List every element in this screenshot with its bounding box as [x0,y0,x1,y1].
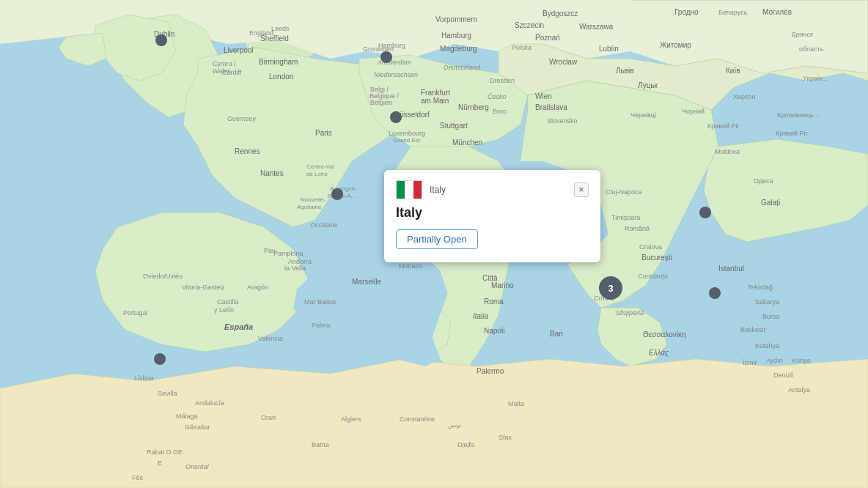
svg-text:Кривий Рiг: Кривий Рiг [776,130,809,137]
svg-text:Constantine: Constantine [400,415,435,423]
svg-text:Timișoara: Timișoara [611,214,640,221]
svg-text:Wien: Wien [535,92,552,100]
svg-text:Stuttgart: Stuttgart [440,122,468,130]
svg-text:Centre-Val: Centre-Val [306,163,334,170]
svg-text:Кривий Рiг: Кривий Рiг [707,122,740,130]
svg-text:Одеса: Одеса [754,177,773,185]
svg-text:Lisboa: Lisboa [134,374,154,382]
svg-text:Aragón: Aragón [247,284,268,291]
svg-text:Hamburg: Hamburg [441,32,471,40]
country-popup: Italy × Italy Partially Open [384,170,600,262]
svg-text:London: London [269,73,293,81]
svg-text:Roma: Roma [484,297,504,306]
svg-text:Niedersachsen: Niedersachsen [374,71,418,78]
svg-text:Hamburg: Hamburg [378,42,405,49]
svg-text:Konya: Konya [792,357,811,364]
svg-text:Balıkesir: Balıkesir [740,326,766,333]
svg-text:Marino: Marino [491,281,514,289]
svg-text:Polska: Polska [512,44,532,51]
svg-text:Чернівці: Чернівці [630,111,656,119]
svg-text:Sakarya: Sakarya [755,298,779,306]
svg-text:München: München [452,138,482,147]
svg-text:Malta: Malta [508,400,524,407]
svg-text:Szczecin: Szczecin [515,21,544,29]
svg-text:Bari: Bari [550,330,563,338]
marker-portugal [154,353,166,365]
svg-text:Palermo: Palermo [477,367,504,375]
map-container: Dublin Liverpool Sheffield Leeds Cymru /… [0,0,868,488]
svg-text:España: España [224,322,253,331]
popup-country-label: Italy [430,185,446,195]
svg-text:Frankfurt: Frankfurt [421,89,450,97]
svg-text:Paris: Paris [315,129,332,137]
flag-red [413,181,422,199]
svg-text:Constanța: Constanța [638,273,668,280]
svg-text:Кропивниць...: Кропивниць... [777,111,819,119]
svg-text:Galați: Galați [761,199,780,207]
svg-text:Castilla: Castilla [217,298,239,306]
svg-text:Italia: Italia [473,312,489,320]
svg-text:Batna: Batna [312,441,329,448]
svg-text:Luxembourg: Luxembourg [389,130,425,137]
svg-text:Belgien: Belgien [370,99,392,106]
svg-text:Cymru /: Cymru / [213,60,236,67]
italy-flag [396,180,422,199]
svg-text:Istanbul: Istanbul [718,265,744,273]
svg-text:am Main: am Main [421,97,449,105]
marker-cluster-balkan[interactable]: 3 [599,276,622,300]
svg-text:Чорний: Чорний [682,108,705,115]
svg-text:Θεσσαλονίκη: Θεσσαλονίκη [643,330,686,339]
svg-text:Monaco: Monaco [399,262,422,270]
svg-text:Poznań: Poznań [535,34,560,42]
svg-text:England: England [249,29,273,37]
svg-text:Nantes: Nantes [260,169,284,177]
svg-text:İzmir: İzmir [743,359,757,366]
svg-text:Mar Balear: Mar Balear [304,298,336,306]
svg-text:la Vella: la Vella [284,265,306,272]
svg-text:Djejfa: Djejfa [457,441,474,448]
svg-text:Vorpommern: Vorpommern [435,15,477,23]
svg-text:Portugal: Portugal [123,309,148,317]
svg-text:Napoli: Napoli [484,327,504,335]
svg-text:Guernsey: Guernsey [227,115,257,122]
svg-text:Slovensko: Slovensko [547,117,578,125]
svg-text:Craiova: Craiova [639,243,662,251]
svg-text:Warszawa: Warszawa [579,23,614,31]
svg-text:Херсон: Херсон [733,93,756,100]
svg-text:Bursa: Bursa [762,313,780,320]
svg-text:Kütahya: Kütahya [755,342,779,350]
marker-germany [390,111,402,123]
svg-text:Гродно: Гродно [674,8,699,16]
marker-netherlands [380,51,392,63]
popup-country-name: Italy [396,205,589,221]
svg-text:Gibraltar: Gibraltar [185,424,210,431]
marker-bulgaria [709,287,721,299]
svg-text:Bydgoszcz: Bydgoszcz [542,10,578,18]
svg-text:y León: y León [214,306,234,314]
svg-text:Moldova: Moldova [715,148,740,155]
svg-text:Tekirdağ: Tekirdağ [748,284,773,291]
svg-text:Брянск: Брянск [792,31,814,38]
svg-text:E: E [158,459,162,467]
svg-text:Birmingham: Birmingham [259,58,298,66]
svg-text:Житомир: Житомир [660,41,691,49]
popup-status-button[interactable]: Partially Open [396,229,478,249]
svg-text:Nürnberg: Nürnberg [458,103,489,111]
svg-text:Cluj-Napoca: Cluj-Napoca [606,188,642,196]
svg-text:Marseille: Marseille [352,278,381,286]
svg-text:Cardiff: Cardiff [222,69,242,76]
svg-text:Vitoria-Gasteiz: Vitoria-Gasteiz [182,284,225,291]
svg-text:Львів: Львів [616,67,634,75]
svg-text:Liverpool: Liverpool [224,46,254,54]
svg-text:Wrocław: Wrocław [549,58,578,66]
popup-header: Italy × [396,180,589,199]
svg-text:Deutschland: Deutschland [444,64,481,71]
svg-text:Andalucía: Andalucía [195,399,224,407]
svg-text:Bratislava: Bratislava [535,103,567,111]
svg-text:Rabat O OE: Rabat O OE [147,448,183,456]
svg-text:Leeds: Leeds [271,25,290,32]
svg-text:Occitanie: Occitanie [310,221,338,229]
popup-close-button[interactable]: × [574,182,589,197]
svg-text:Palma: Palma [312,322,331,329]
marker-ireland [155,34,167,46]
